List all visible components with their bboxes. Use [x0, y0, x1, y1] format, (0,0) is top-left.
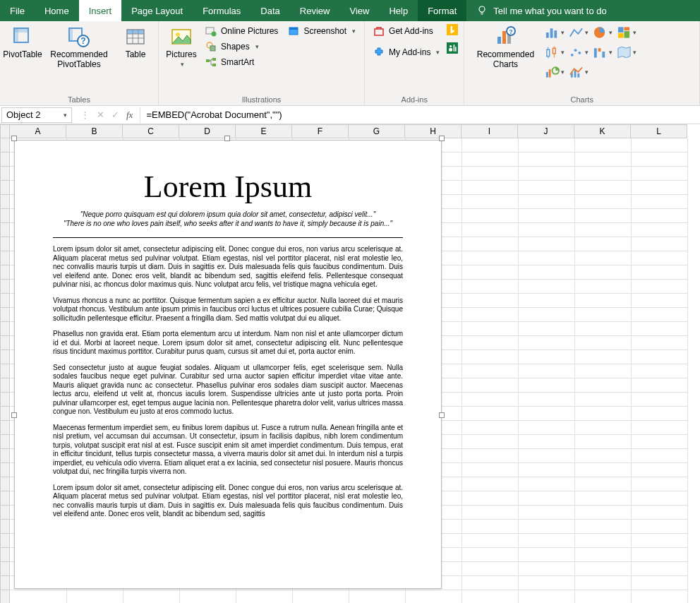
tab-home[interactable]: Home: [35, 0, 79, 21]
selection-handle[interactable]: [11, 412, 17, 418]
svg-rect-62: [578, 73, 580, 78]
row-header[interactable]: [0, 548, 10, 562]
tab-data[interactable]: Data: [251, 0, 289, 21]
pictures-button[interactable]: Pictures▾: [164, 24, 198, 69]
statistic-chart-button[interactable]: ▾: [545, 44, 565, 61]
row-header[interactable]: [0, 223, 10, 237]
pivotchart-button[interactable]: ▾: [545, 64, 565, 80]
row-header[interactable]: [0, 506, 10, 520]
row-header[interactable]: [0, 364, 10, 378]
people-graph-button[interactable]: [447, 42, 458, 54]
select-all-cell[interactable]: [0, 124, 10, 138]
embedded-object[interactable]: Lorem Ipsum "Neque porro quisquam est qu…: [14, 140, 442, 589]
row-header[interactable]: [0, 449, 10, 463]
col-header[interactable]: C: [123, 124, 179, 138]
bing-maps-button[interactable]: [447, 24, 458, 35]
line-chart-icon: [569, 25, 584, 40]
svg-point-17: [212, 32, 217, 37]
row-header[interactable]: [0, 265, 10, 280]
col-header[interactable]: K: [574, 124, 631, 138]
tab-format[interactable]: Format: [418, 0, 466, 21]
line-chart-button[interactable]: ▾: [569, 24, 589, 41]
column-chart-icon: [545, 25, 560, 40]
svg-rect-37: [546, 32, 549, 38]
row-header[interactable]: [0, 209, 10, 223]
enter-icon[interactable]: ✓: [111, 109, 119, 120]
col-header[interactable]: B: [66, 124, 123, 138]
col-header[interactable]: H: [405, 124, 461, 138]
get-addins-button[interactable]: Get Add-ins: [370, 24, 442, 38]
tab-insert[interactable]: Insert: [79, 0, 122, 21]
row-header[interactable]: [0, 534, 10, 548]
row-header[interactable]: [0, 153, 10, 167]
namebox-expand-icon[interactable]: ⋮: [80, 109, 90, 120]
row-header[interactable]: [0, 181, 10, 195]
tab-review[interactable]: Review: [290, 0, 340, 21]
selection-handle[interactable]: [224, 136, 230, 141]
row-header[interactable]: [0, 350, 10, 364]
tab-view[interactable]: View: [339, 0, 379, 21]
selection-handle[interactable]: [439, 136, 445, 141]
svg-rect-55: [598, 48, 601, 52]
row-header[interactable]: [0, 393, 10, 407]
row-header[interactable]: [0, 520, 10, 534]
waterfall-chart-button[interactable]: ▾: [593, 44, 612, 61]
row-header[interactable]: [0, 167, 10, 181]
selection-handle[interactable]: [11, 136, 17, 141]
row-header[interactable]: [0, 378, 10, 393]
row-header[interactable]: [0, 308, 10, 322]
smartart-button[interactable]: SmartArt: [203, 55, 281, 69]
recommended-pivottables-button[interactable]: ? Recommended PivotTables: [44, 24, 114, 71]
row-header[interactable]: [0, 463, 10, 477]
map-chart-button[interactable]: ▾: [617, 44, 636, 61]
selection-handle[interactable]: [439, 412, 445, 418]
tab-page-layout[interactable]: Page Layout: [121, 0, 193, 21]
row-header[interactable]: [0, 477, 10, 491]
table-button[interactable]: Table: [119, 24, 152, 61]
col-header[interactable]: G: [349, 124, 405, 138]
pie-chart-button[interactable]: ▾: [593, 24, 612, 41]
row-header[interactable]: [0, 294, 10, 308]
row-header[interactable]: [0, 435, 10, 449]
name-box[interactable]: Object 2▾: [1, 107, 72, 123]
row-header[interactable]: [0, 195, 10, 209]
svg-point-53: [579, 52, 581, 54]
row-header[interactable]: [0, 421, 10, 435]
tab-help[interactable]: Help: [379, 0, 418, 21]
cancel-icon[interactable]: ✕: [97, 109, 104, 120]
row-header[interactable]: [0, 138, 10, 153]
row-header[interactable]: [0, 322, 10, 336]
my-addins-button[interactable]: My Add-ins▾: [370, 45, 442, 59]
col-header[interactable]: J: [518, 124, 574, 138]
tell-me[interactable]: Tell me what you want to do: [466, 0, 616, 21]
column-chart-button[interactable]: ▾: [545, 24, 565, 41]
pivottable-button[interactable]: PivotTable: [6, 24, 40, 61]
tab-formulas[interactable]: Formulas: [193, 0, 251, 21]
row-header[interactable]: [0, 336, 10, 350]
online-pictures-button[interactable]: Online Pictures: [203, 24, 281, 38]
row-header[interactable]: [0, 491, 10, 506]
row-header[interactable]: [0, 562, 10, 576]
col-header[interactable]: A: [10, 124, 66, 138]
row-header[interactable]: [0, 251, 10, 265]
col-header[interactable]: E: [236, 124, 292, 138]
tab-file[interactable]: File: [0, 0, 35, 21]
row-header[interactable]: [0, 237, 10, 251]
screenshot-button[interactable]: Screenshot▾: [285, 24, 358, 38]
fx-icon[interactable]: fx: [126, 109, 133, 121]
scatter-chart-button[interactable]: ▾: [569, 44, 589, 61]
scatter-chart-icon: [569, 45, 584, 59]
col-header[interactable]: L: [631, 124, 687, 138]
formula-input[interactable]: =EMBED("Acrobat Document",""): [140, 107, 700, 123]
recommended-charts-button[interactable]: ? Recommended Charts: [470, 24, 541, 71]
row-header[interactable]: [0, 590, 10, 603]
hierarchy-chart-button[interactable]: ▾: [617, 24, 636, 41]
row-header[interactable]: [0, 576, 10, 590]
col-header[interactable]: I: [461, 124, 518, 138]
row-header[interactable]: [0, 407, 10, 421]
shapes-button[interactable]: Shapes▾: [203, 40, 281, 54]
row-header[interactable]: [0, 280, 10, 294]
col-header[interactable]: F: [292, 124, 349, 138]
svg-point-15: [176, 32, 180, 37]
combo-chart-button[interactable]: ▾: [569, 64, 589, 80]
